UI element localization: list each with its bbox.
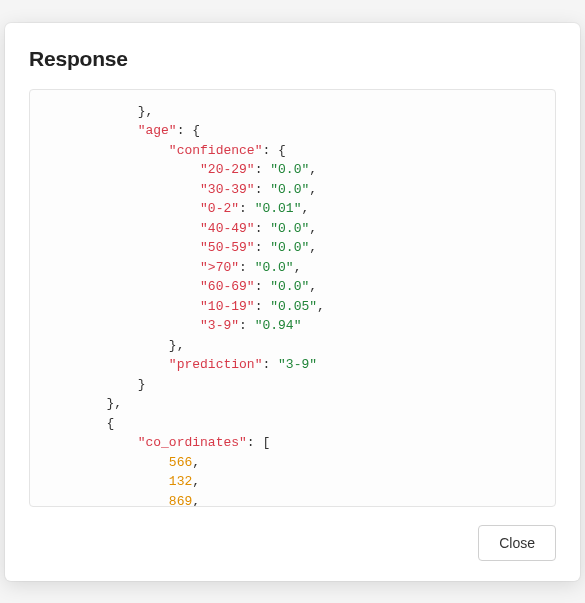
response-code-block: }, "age": { "confidence": { "20-29": "0.… [29, 89, 556, 507]
close-button[interactable]: Close [478, 525, 556, 561]
response-modal: Response }, "age": { "confidence": { "20… [5, 23, 580, 581]
modal-footer: Close [29, 525, 556, 561]
modal-title: Response [29, 47, 556, 71]
